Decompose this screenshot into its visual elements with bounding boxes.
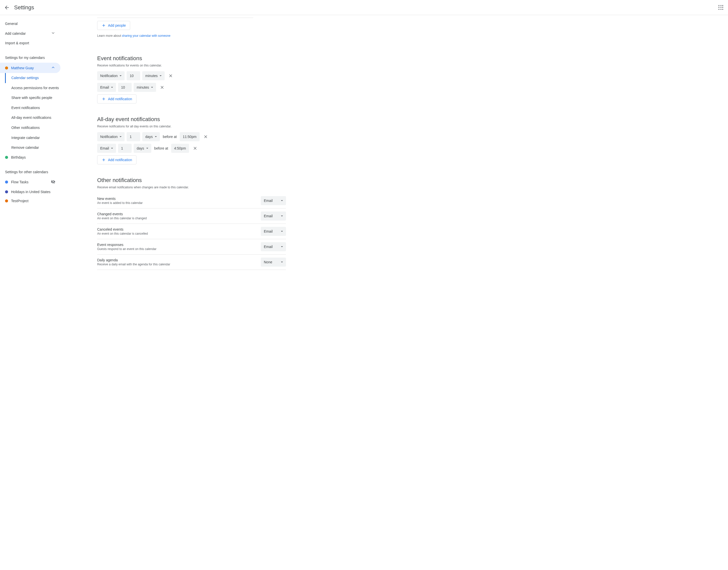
- sidebar-item-import-export[interactable]: Import & export: [0, 38, 60, 48]
- notification-row: Email 10 minutes: [97, 83, 286, 92]
- chevron-up-icon: [51, 65, 55, 70]
- sidebar-calendar-flow-tasks[interactable]: Flow Tasks: [0, 177, 60, 187]
- notification-type-select[interactable]: Email: [97, 144, 116, 153]
- learn-more-link[interactable]: sharing your calendar with someone: [122, 34, 170, 37]
- sidebar-calendar-testproject[interactable]: TestProject: [0, 196, 60, 206]
- notification-type-select[interactable]: Notification: [97, 71, 124, 80]
- other-row-title: New events: [97, 197, 261, 201]
- other-notification-select[interactable]: Email: [261, 242, 286, 251]
- section-event-notifications: Event notifications Receive notification…: [97, 55, 286, 103]
- calendar-name: Flow Tasks: [11, 180, 28, 184]
- sidebar-item-general[interactable]: General: [0, 19, 60, 28]
- notification-row: Notification 1 days before at 11:50pm: [97, 132, 286, 141]
- close-icon: [159, 85, 164, 90]
- remove-notification-button[interactable]: [202, 133, 210, 141]
- close-icon: [193, 146, 198, 151]
- notification-amount-input[interactable]: 1: [118, 144, 132, 153]
- select-value: Email: [100, 146, 109, 150]
- notification-type-select[interactable]: Email: [97, 83, 116, 92]
- other-row-text: Event responses Guests respond to an eve…: [97, 243, 261, 251]
- notification-unit-select[interactable]: minutes: [134, 83, 156, 92]
- subnav-access-permissions[interactable]: Access permissions for events: [5, 83, 64, 93]
- subnav-integrate-calendar[interactable]: Integrate calendar: [5, 133, 64, 143]
- subnav-remove-calendar[interactable]: Remove calendar: [5, 143, 64, 153]
- other-notification-select[interactable]: Email: [261, 196, 286, 205]
- select-value: Email: [100, 85, 109, 89]
- main-content: Add people Learn more about sharing your…: [64, 15, 291, 293]
- subnav-calendar-settings[interactable]: Calendar settings: [5, 73, 64, 83]
- other-row-title: Canceled events: [97, 227, 261, 231]
- select-value: days: [137, 146, 144, 150]
- other-row-text: New events An event is added to this cal…: [97, 197, 261, 205]
- apps-grid-icon[interactable]: [718, 5, 724, 11]
- plus-icon: [101, 158, 106, 162]
- remove-notification-button[interactable]: [158, 83, 166, 91]
- select-value: Email: [264, 245, 273, 249]
- other-row-desc: Guests respond to an event on this calen…: [97, 247, 261, 251]
- select-value: Email: [264, 199, 273, 203]
- sidebar-calendar-birthdays[interactable]: Birthdays: [0, 153, 60, 162]
- other-notification-row: New events An event is added to this cal…: [97, 193, 286, 209]
- sidebar-item-add-calendar[interactable]: Add calendar: [0, 28, 60, 38]
- notification-unit-select[interactable]: minutes: [142, 71, 164, 80]
- sidebar-item-label: Import & export: [5, 41, 29, 45]
- section-title: Other notifications: [97, 177, 286, 184]
- other-row-desc: Receive a daily email with the agenda fo…: [97, 263, 261, 266]
- other-notification-select[interactable]: None: [261, 258, 286, 267]
- back-arrow-icon[interactable]: [4, 5, 10, 11]
- sidebar-item-label: Add calendar: [5, 31, 26, 35]
- calendar-name: TestProject: [11, 199, 28, 203]
- select-value: Notification: [100, 135, 117, 139]
- remove-notification-button[interactable]: [191, 144, 199, 152]
- section-description: Receive email notifications when changes…: [97, 186, 286, 189]
- section-allday-notifications: All-day event notifications Receive noti…: [97, 116, 286, 165]
- sidebar-header-my-calendars: Settings for my calendars: [0, 53, 64, 63]
- other-row-desc: An event on this calendar is cancelled: [97, 232, 261, 235]
- close-icon: [168, 73, 173, 78]
- notification-row: Email 1 days before at 4:50pm: [97, 144, 286, 153]
- select-value: Email: [264, 214, 273, 218]
- calendar-name: Holidays in United States: [11, 190, 50, 194]
- remove-notification-button[interactable]: [166, 72, 175, 80]
- calendar-color-dot: [5, 190, 8, 193]
- visibility-off-icon: [51, 180, 55, 185]
- section-title: All-day event notifications: [97, 116, 286, 122]
- sidebar-calendar-holidays[interactable]: Holidays in United States: [0, 187, 60, 196]
- other-notification-select[interactable]: Email: [261, 212, 286, 221]
- subnav-event-notifications[interactable]: Event notifications: [5, 103, 64, 113]
- calendar-name: Matthew Guay: [11, 66, 34, 70]
- select-value: Notification: [100, 74, 117, 78]
- close-icon: [203, 134, 208, 139]
- topbar: Settings: [0, 0, 728, 15]
- notification-row: Notification 10 minutes: [97, 71, 286, 80]
- subnav-share-people[interactable]: Share with specific people: [5, 93, 64, 103]
- sidebar-header-other-calendars: Settings for other calendars: [0, 167, 64, 177]
- notification-type-select[interactable]: Notification: [97, 132, 124, 141]
- other-row-desc: An event is added to this calendar: [97, 201, 261, 205]
- notification-time-input[interactable]: 11:50pm: [180, 132, 200, 141]
- notification-amount-input[interactable]: 1: [127, 132, 140, 141]
- section-other-notifications: Other notifications Receive email notifi…: [97, 177, 286, 270]
- other-notification-select[interactable]: Email: [261, 227, 286, 236]
- other-row-desc: An event on this calendar is changed: [97, 217, 261, 220]
- calendar-color-dot: [5, 156, 8, 159]
- other-notification-row: Changed events An event on this calendar…: [97, 209, 286, 224]
- subnav-allday-notifications[interactable]: All-day event notifications: [5, 113, 64, 123]
- divider: [97, 18, 253, 18]
- notification-unit-select[interactable]: days: [142, 132, 160, 141]
- notification-amount-input[interactable]: 10: [118, 83, 132, 92]
- add-notification-button[interactable]: Add notification: [97, 94, 136, 103]
- notification-unit-select[interactable]: days: [134, 144, 151, 153]
- plus-icon: [101, 97, 106, 101]
- notification-time-input[interactable]: 4:50pm: [171, 144, 189, 153]
- notification-amount-input[interactable]: 10: [127, 71, 140, 80]
- calendar-color-dot: [5, 181, 8, 184]
- sidebar: General Add calendar Import & export Set…: [0, 15, 64, 293]
- sidebar-calendar-active[interactable]: Matthew Guay: [0, 63, 60, 73]
- subnav-other-notifications[interactable]: Other notifications: [5, 123, 64, 133]
- add-people-button[interactable]: Add people: [97, 21, 130, 30]
- calendar-color-dot: [5, 66, 8, 69]
- add-notification-button[interactable]: Add notification: [97, 155, 136, 165]
- sidebar-item-label: General: [5, 22, 18, 26]
- other-row-text: Daily agenda Receive a daily email with …: [97, 258, 261, 266]
